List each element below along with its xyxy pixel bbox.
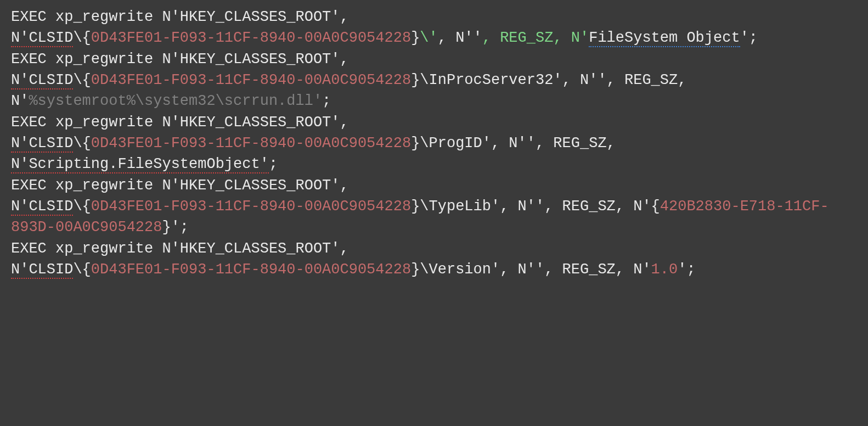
stmt5-clsid: N'CLSID: [11, 261, 73, 279]
stmt1-value: FileSystem Object: [589, 30, 740, 47]
sql-code-block: EXEC xp_regwrite N'HKEY_CLASSES_ROOT', N…: [11, 7, 857, 280]
stmt5-exec: EXEC xp_regwrite N'HKEY_CLASSES_ROOT',: [11, 240, 349, 257]
stmt1-nstart: , N': [553, 30, 589, 46]
stmt4-after: }\TypeLib', N'', REG_SZ, N'{: [411, 198, 660, 215]
stmt1-brace-open: \{: [73, 30, 91, 46]
stmt1-close-esc: \': [420, 30, 437, 46]
stmt3-end: ;: [269, 156, 278, 172]
stmt2-value: %systemroot%\system32\scrrun.dll': [29, 93, 322, 109]
stmt1-clsid: N'CLSID: [11, 30, 73, 47]
stmt5-value-close: ': [678, 261, 686, 278]
stmt5-end: ;: [686, 261, 695, 278]
stmt3-clsid: N'CLSID: [11, 135, 73, 153]
stmt5-after: }\Version', N'', REG_SZ, N': [411, 261, 651, 278]
stmt1-comma-empty: , N'': [438, 30, 482, 46]
stmt1-reg: , REG_SZ: [482, 30, 554, 46]
stmt1-end: ';: [740, 30, 758, 46]
stmt1-guid: 0D43FE01-F093-11CF-8940-00A0C9054228: [91, 30, 411, 46]
stmt4-brace-open: \{: [73, 198, 91, 215]
stmt3-exec: EXEC xp_regwrite N'HKEY_CLASSES_ROOT',: [11, 114, 349, 131]
stmt3-guid: 0D43FE01-F093-11CF-8940-00A0C9054228: [91, 135, 411, 152]
stmt2-clsid: N'CLSID: [11, 72, 73, 89]
stmt2-exec: EXEC xp_regwrite N'HKEY_CLASSES_ROOT',: [11, 51, 349, 68]
stmt5-value: 1.0: [651, 261, 678, 278]
stmt2-brace-open: \{: [73, 72, 91, 88]
stmt4-guid: 0D43FE01-F093-11CF-8940-00A0C9054228: [91, 198, 411, 215]
stmt3-value: N'Scripting.FileSystemObject': [11, 156, 269, 173]
stmt2-end: ;: [322, 93, 331, 109]
stmt3-brace-open: \{: [73, 135, 91, 152]
stmt5-brace-open: \{: [73, 261, 91, 278]
stmt2-guid: 0D43FE01-F093-11CF-8940-00A0C9054228: [91, 72, 411, 88]
stmt4-clsid: N'CLSID: [11, 198, 73, 216]
stmt4-value-close: }': [162, 219, 179, 236]
stmt3-after: }\ProgID', N'', REG_SZ,: [411, 135, 624, 152]
stmt4-exec: EXEC xp_regwrite N'HKEY_CLASSES_ROOT',: [11, 177, 349, 194]
stmt1-exec: EXEC xp_regwrite N'HKEY_CLASSES_ROOT',: [11, 9, 349, 25]
stmt5-guid: 0D43FE01-F093-11CF-8940-00A0C9054228: [91, 261, 411, 278]
stmt1-brace-close: }: [411, 30, 420, 46]
stmt4-end: ;: [180, 219, 189, 236]
